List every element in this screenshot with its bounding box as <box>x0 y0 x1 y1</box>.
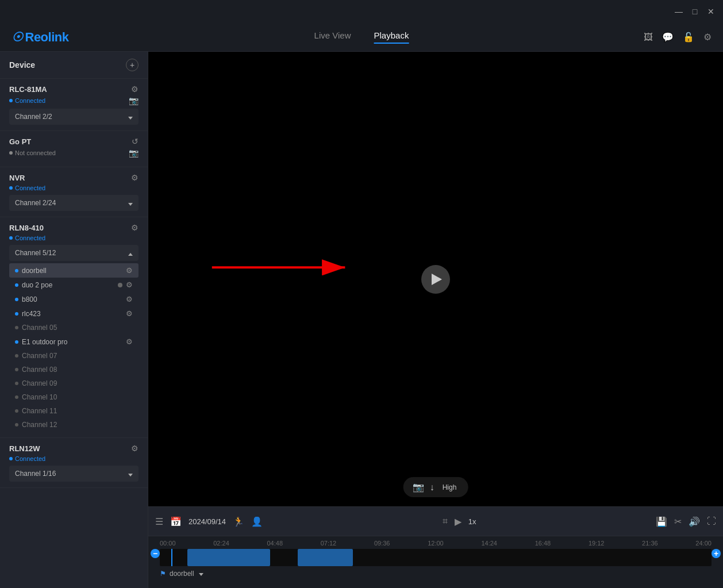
status-text-rlc81ma: Connected <box>15 97 45 104</box>
channel-dot-b800 <box>15 298 18 301</box>
channel-item-ch08[interactable]: Channel 08 <box>9 363 139 376</box>
channel-item-b800[interactable]: b800 ⚙ <box>9 292 139 306</box>
calendar-icon[interactable]: 📅 <box>170 516 182 527</box>
status-dot-gopt <box>9 151 13 155</box>
channel-gear-doorbell[interactable]: ⚙ <box>126 266 133 275</box>
channel-name-ch05: Channel 05 <box>22 324 57 332</box>
refresh-icon-gopt[interactable]: ↺ <box>132 137 139 146</box>
device-settings-rlc81ma[interactable]: ⚙ <box>131 84 139 94</box>
cut-icon[interactable]: ✂ <box>674 516 682 527</box>
minimize-button[interactable]: — <box>674 6 684 17</box>
channel-item-left-ch10: Channel 10 <box>15 393 57 401</box>
timeline-track-chevron[interactable] <box>198 570 203 578</box>
channel-item-rlc423[interactable]: rlc423 ⚙ <box>9 306 139 321</box>
play-icon <box>432 274 442 285</box>
channel-name-doorbell: doorbell <box>22 267 47 275</box>
channel-gear-b800[interactable]: ⚙ <box>126 295 133 303</box>
channel-item-icons-doorbell: ⚙ <box>126 266 133 275</box>
timeline-label-row: ⚑ doorbell <box>148 568 723 579</box>
device-settings-nvr[interactable]: ⚙ <box>131 173 139 182</box>
playback-play-button[interactable]: ▶ <box>455 516 462 527</box>
download-video-button[interactable]: ↓ <box>430 482 434 493</box>
timeline-track-label[interactable]: doorbell <box>170 570 194 578</box>
channel-item-icons-rlc423: ⚙ <box>126 309 133 318</box>
timeline-zoom-minus[interactable]: − <box>151 549 160 558</box>
volume-icon[interactable]: 🔊 <box>689 516 700 527</box>
device-settings-rln12w[interactable]: ⚙ <box>131 444 139 453</box>
channel-item-left-doorbell: doorbell <box>15 267 47 275</box>
channel-item-ch07[interactable]: Channel 07 <box>9 349 139 363</box>
channel-text-rln8410: Channel 5/12 <box>15 249 56 257</box>
event-motion-icon[interactable]: 🏃 <box>233 516 244 527</box>
titlebar-controls: — □ ✕ <box>674 6 716 17</box>
maximize-button[interactable]: □ <box>690 6 700 17</box>
event-person-icon[interactable]: 👤 <box>251 516 263 527</box>
channel-gear-rlc423[interactable]: ⚙ <box>126 309 133 318</box>
logo-text: Reolink <box>25 30 69 45</box>
channel-selector-nvr[interactable]: Channel 2/24 <box>9 195 139 211</box>
channel-gear-duo2poe[interactable]: ⚙ <box>126 280 133 289</box>
channel-name-ch12: Channel 12 <box>22 421 57 429</box>
channel-item-duo2poe[interactable]: duo 2 poe ⚙ <box>9 278 139 292</box>
channel-selector-rln12w[interactable]: Channel 1/16 <box>9 466 139 482</box>
main-layout: Device + RLC-81MA ⚙ Connected 📷 Channel … <box>0 52 723 588</box>
time-label-1424: 14:24 <box>481 540 497 547</box>
screenshot-icon[interactable]: 🖼 <box>644 32 653 43</box>
video-area[interactable]: 📷 ↓ High <box>148 52 723 506</box>
device-gopt: Go PT ↺ Not connected 📷 <box>0 131 148 167</box>
channel-item-ch10[interactable]: Channel 10 <box>9 390 139 404</box>
timeline-track[interactable] <box>160 549 712 566</box>
channel-name-ch11: Channel 11 <box>22 407 57 415</box>
device-name-row-rlc81ma: RLC-81MA ⚙ <box>9 84 139 94</box>
channel-item-ch05[interactable]: Channel 05 <box>9 321 139 335</box>
device-settings-rln8410[interactable]: ⚙ <box>131 223 139 232</box>
timeline-zoom-plus[interactable]: + <box>712 549 721 558</box>
multiview-icon[interactable]: ⌗ <box>443 516 448 526</box>
snapshot-button[interactable]: 📷 <box>413 482 424 493</box>
channel-dot-doorbell <box>15 269 18 272</box>
channel-item-ch09[interactable]: Channel 09 <box>9 376 139 390</box>
channel-item-ch11[interactable]: Channel 11 <box>9 404 139 418</box>
channel-item-e1outdoor[interactable]: E1 outdoor pro ⚙ <box>9 335 139 349</box>
timeline-scale: 00:00 02:24 04:48 07:12 09:36 12:00 14:2… <box>148 536 723 547</box>
timeline-area[interactable]: − 00:00 02:24 04:48 07:12 09:36 12:00 14… <box>148 536 723 588</box>
channel-item-doorbell[interactable]: doorbell ⚙ <box>9 263 139 278</box>
playback-controls-bar: ☰ 📅 2024/09/14 🏃 👤 ⌗ ▶ 1x 💾 ✂ 🔊 ⛶ <box>148 506 723 536</box>
time-label-2136: 21:36 <box>642 540 658 547</box>
tab-live-view[interactable]: Live View <box>314 30 351 44</box>
channel-item-icons-b800: ⚙ <box>126 295 133 303</box>
save-icon[interactable]: 💾 <box>656 516 667 527</box>
channel-item-ch12[interactable]: Channel 12 <box>9 418 139 432</box>
channel-name-ch10: Channel 10 <box>22 393 57 401</box>
status-text-gopt: Not connected <box>15 149 56 156</box>
status-dot-rlc81ma <box>9 99 13 102</box>
close-button[interactable]: ✕ <box>706 6 716 17</box>
status-dot-rln8410 <box>9 236 13 240</box>
channel-dot-ch12 <box>15 423 18 426</box>
message-icon[interactable]: 💬 <box>662 32 674 43</box>
timeline-flag-icon: ⚑ <box>160 570 166 578</box>
camera-icon-gopt: 📷 <box>129 148 139 157</box>
channel-gear-e1outdoor[interactable]: ⚙ <box>126 337 133 346</box>
quality-selector[interactable]: High <box>440 483 459 491</box>
settings-icon[interactable]: ⚙ <box>703 32 712 43</box>
device-name-row-nvr: NVR ⚙ <box>9 173 139 182</box>
channel-dot-e1outdoor <box>15 340 18 344</box>
device-status-nvr: Connected <box>9 185 139 191</box>
lock-icon[interactable]: 🔓 <box>683 32 694 43</box>
video-toolbar: 📷 ↓ High <box>403 477 468 497</box>
channel-selector-rlc81ma[interactable]: Channel 2/2 <box>9 109 139 125</box>
fullscreen-icon[interactable]: ⛶ <box>707 516 716 526</box>
sidebar: Device + RLC-81MA ⚙ Connected 📷 Channel … <box>0 52 148 588</box>
channel-selector-rln8410[interactable]: Channel 5/12 <box>9 245 139 261</box>
channel-dot-ch07 <box>15 354 18 358</box>
device-name-row-rln12w: RLN12W ⚙ <box>9 444 139 453</box>
channel-text-rln12w: Channel 1/16 <box>15 470 56 478</box>
chevron-down-icon-nvr <box>127 198 133 208</box>
playback-speed[interactable]: 1x <box>468 517 476 526</box>
play-button[interactable] <box>421 265 450 294</box>
list-view-icon[interactable]: ☰ <box>155 516 163 527</box>
add-device-button[interactable]: + <box>126 59 139 71</box>
chevron-down-icon-rlc81ma <box>127 112 133 122</box>
tab-playback[interactable]: Playback <box>374 30 409 44</box>
